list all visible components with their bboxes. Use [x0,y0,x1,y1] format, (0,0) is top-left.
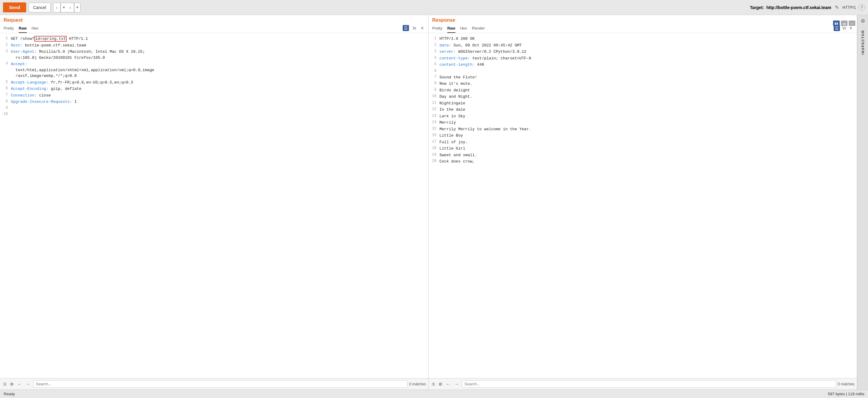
response-line-11: 11 Nightingale [429,100,857,107]
nav-forward-button[interactable]: › [67,3,74,12]
view-toggle-single[interactable]: ▭ [849,21,855,26]
main-content: Request Pretty Raw Hex ☰ \n ≡ 1 GET /sho… [0,15,868,390]
response-panel-header: Response Pretty Raw Hex Render ☰ \n ≡ [429,15,857,33]
response-line-8: 8 Now it's mute. [429,81,857,87]
nav-button-group: ‹ ▼ › ▼ [53,3,81,12]
response-line-2: 2 date: Sun, 09 Oct 2022 09:45:42 GMT [429,42,857,49]
view-toggle-horizontal[interactable]: ▬ [841,21,847,26]
response-search-settings-btn[interactable]: ⚙ [438,381,443,387]
request-code-area[interactable]: 1 GET /show?id=spring.txt HTTP/1.1 2 Hos… [0,33,428,378]
tab-response-pretty[interactable]: Pretty [432,25,442,33]
response-panel-title: Response [432,18,853,23]
edit-target-icon[interactable]: ✎ [834,3,840,11]
response-code-area[interactable]: 1 HTTP/1.0 200 OK 2 date: Sun, 09 Oct 20… [429,33,857,378]
response-line-5: 5 content-length: 440 [429,62,857,68]
tab-request-pretty[interactable]: Pretty [4,25,14,33]
tab-request-raw[interactable]: Raw [19,25,27,33]
response-line-14: 14 Merrily [429,119,857,126]
request-line-1: 1 GET /show?id=spring.txt HTTP/1.1 [0,36,428,42]
nav-forward-dropdown[interactable]: ▼ [74,3,81,12]
request-search-forward-btn[interactable]: → [25,381,31,387]
response-search-input[interactable] [462,380,836,388]
http-version-label: HTTP/1 [842,5,856,10]
request-line-8: 8 Upgrade-Insecure-Requests: 1 [0,99,428,105]
response-line-10: 10 Day and Night. [429,93,857,100]
response-line-12: 12 In the dale [429,106,857,113]
request-panel-title: Request [4,18,425,23]
request-line-7: 7 Connection: close [0,92,428,99]
request-search-bar: ① ⚙ ← → 0 matches [0,378,428,390]
tab-request-hex[interactable]: Hex [32,25,38,33]
request-line-5: 5 Accept-Language: fr,fr-FR;q=0.8,en-US;… [0,79,428,86]
response-line-4: 4 content-type: text/plain; charset=UTF-… [429,55,857,62]
request-line-3: 3 User-Agent: Mozilla/5.0 (Macintosh; In… [0,49,428,61]
response-line-19: 19 Sweet and small. [429,152,857,159]
nav-back-dropdown[interactable]: ▼ [61,3,67,12]
tab-response-render[interactable]: Render [472,25,485,33]
request-line-2: 2 Host: bottle-poem.ctf.sekai.team [0,42,428,49]
request-matches-label: 0 matches [409,382,426,386]
request-line-9: 9 [0,105,428,111]
request-panel-tabs: Pretty Raw Hex ☰ \n ≡ [4,25,425,33]
nav-back-button[interactable]: ‹ [53,3,61,12]
param-highlight: id=spring.txt [34,36,67,41]
tab-response-raw[interactable]: Raw [447,25,456,33]
request-panel: Request Pretty Raw Hex ☰ \n ≡ 1 GET /sho… [0,15,429,390]
request-search-help-btn[interactable]: ① [2,381,7,387]
status-ready-label: Ready [4,392,15,396]
request-search-back-btn[interactable]: ← [16,381,23,387]
response-search-forward-btn[interactable]: → [453,381,460,387]
request-newline-btn[interactable]: \n [411,25,417,31]
response-tab-tools: ☰ \n ≡ [834,25,853,33]
response-search-back-btn[interactable]: ← [445,381,452,387]
response-line-16: 16 Little Boy [429,132,857,139]
response-line-13: 13 Lark in Sky [429,113,857,120]
target-url: http://bottle-poem.ctf.sekai.team [767,5,831,10]
request-menu-btn[interactable]: ≡ [420,25,425,31]
request-panel-header: Request Pretty Raw Hex ☰ \n ≡ [0,15,428,33]
status-bar: Ready 597 bytes | 118 millis [0,390,868,398]
response-line-20: 20 Cock does crow, [429,158,857,165]
response-search-help-btn[interactable]: ① [431,381,436,387]
view-toggle-split[interactable]: ▮▮ [833,21,840,26]
response-line-1: 1 HTTP/1.0 200 OK [429,36,857,42]
request-search-settings-btn[interactable]: ⚙ [9,381,14,387]
request-line-4: 4 Accept: text/html,application/xhtml+xm… [0,61,428,79]
response-line-18: 18 Little Girl [429,145,857,152]
request-tab-tools: ☰ \n ≡ [403,25,425,33]
response-matches-label: 0 matches [838,382,855,386]
request-line-6: 6 Accept-Encoding: gzip, deflate [0,86,428,92]
response-line-7: 7 Sound the Flute! [429,74,857,81]
help-icon[interactable]: ? [858,4,865,11]
response-search-bar: ① ⚙ ← → 0 matches [429,378,857,390]
inspector-gear-icon[interactable]: ⚙ [861,18,865,24]
response-line-15: 15 Merrily Merrily to welcome in the Yea… [429,126,857,133]
tab-response-hex[interactable]: Hex [460,25,467,33]
target-label: Target: [750,5,764,10]
toolbar: Send Cancel ‹ ▼ › ▼ Target: http://bottl… [0,0,868,15]
inspector-label: INSPECTOR [861,30,865,55]
request-search-input[interactable] [33,380,407,388]
response-line-9: 9 Birds delight [429,87,857,94]
response-line-6: 6 [429,68,857,74]
cancel-button[interactable]: Cancel [29,3,51,12]
response-panel-tabs: Pretty Raw Hex Render ☰ \n ≡ [432,25,853,33]
response-line-17: 17 Full of joy. [429,139,857,146]
request-line-10: 10 [0,111,428,117]
request-format-btn[interactable]: ☰ [403,25,409,31]
response-panel: Response Pretty Raw Hex Render ☰ \n ≡ ▮▮… [429,15,857,390]
inspector-sidebar: ⚙ INSPECTOR [857,15,868,390]
status-stats: 597 bytes | 118 millis [828,392,864,396]
response-line-3: 3 server: WSGIServer/0.2 CPython/3.8.12 [429,49,857,55]
send-button[interactable]: Send [3,2,26,12]
